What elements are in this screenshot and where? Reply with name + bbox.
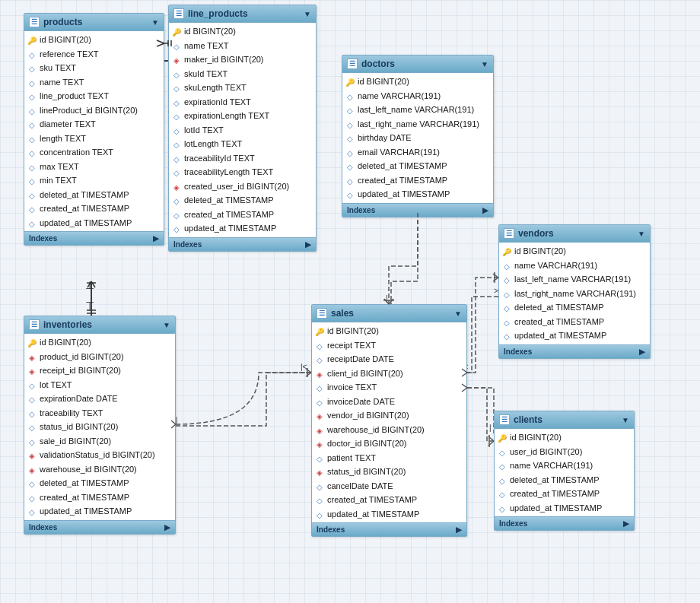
indexes-arrow[interactable]: ▶ xyxy=(305,240,311,249)
field-key-icon: ◇ xyxy=(345,161,355,170)
field-name: traceabilityLength TEXT xyxy=(184,166,273,179)
expand-icon[interactable]: ▼ xyxy=(454,309,462,318)
field-key-icon: 🔑 xyxy=(172,27,181,36)
field-key-icon: ◇ xyxy=(315,453,324,462)
field-name: name TEXT xyxy=(184,40,229,52)
field-name: sku TEXT xyxy=(40,62,76,75)
indexes-arrow[interactable]: ▶ xyxy=(639,348,645,356)
table-row: 🔑 id BIGINT(20) xyxy=(24,335,175,350)
field-name: id BIGINT(20) xyxy=(184,25,236,38)
field-key-icon: ◇ xyxy=(172,139,181,148)
table-clients: ☰ clients ▼ 🔑 id BIGINT(20) ◇ user_id BI… xyxy=(494,411,635,531)
field-key-icon: ◇ xyxy=(27,218,37,227)
field-name: min TEXT xyxy=(40,174,77,187)
expand-icon[interactable]: ▼ xyxy=(481,60,488,68)
field-name: updated_at TIMESTAMP xyxy=(40,505,132,518)
indexes-arrow[interactable]: ▶ xyxy=(164,523,170,532)
table-row: ◈ client_id BIGINT(20) xyxy=(312,367,466,381)
field-key-icon: ◇ xyxy=(27,204,37,213)
svg-text:⊥: ⊥ xyxy=(85,279,94,291)
expand-icon[interactable]: ▼ xyxy=(622,416,629,424)
field-name: patient TEXT xyxy=(327,452,376,465)
field-key-icon: 🔑 xyxy=(345,77,355,86)
field-name: doctor_id BIGINT(20) xyxy=(327,437,407,450)
table-row: ◇ deleted_at TIMESTAMP xyxy=(342,159,493,173)
field-key-icon: ◇ xyxy=(27,506,37,516)
table-row: ◇ name TEXT xyxy=(169,39,316,53)
table-row: ◇ deleted_at TIMESTAMP xyxy=(169,193,316,208)
table-footer-clients[interactable]: Indexes ▶ xyxy=(495,516,634,530)
field-name: lineProduct_id BIGINT(20) xyxy=(40,104,138,117)
field-name: last_left_name VARCHAR(191) xyxy=(358,103,474,116)
field-name: deleted_at TIMESTAMP xyxy=(40,189,129,202)
table-row: ◇ reference TEXT xyxy=(24,47,164,62)
table-row: ◇ updated_at TIMESTAMP xyxy=(499,328,650,343)
table-row: ◇ user_id BIGINT(20) xyxy=(495,445,634,459)
field-key-icon: 🔑 xyxy=(502,246,511,255)
table-row: ◇ email VARCHAR(191) xyxy=(342,145,493,160)
field-name: invoiceDate DATE xyxy=(327,395,395,408)
table-header-inventories[interactable]: ☰ inventories ▼ xyxy=(24,316,175,334)
table-footer-doctors[interactable]: Indexes ▶ xyxy=(342,203,493,217)
field-key-icon: ◇ xyxy=(345,133,355,142)
table-footer-inventories[interactable]: Indexes ▶ xyxy=(24,520,175,534)
indexes-arrow[interactable]: ▶ xyxy=(623,519,629,528)
table-footer-sales[interactable]: Indexes ▶ xyxy=(312,522,466,536)
table-row: ◈ maker_id BIGINT(20) xyxy=(169,52,316,67)
table-sales: ☰ sales ▼ 🔑 id BIGINT(20) ◇ receipt TEXT… xyxy=(311,304,467,537)
field-key-icon: ◇ xyxy=(502,317,511,326)
table-row: ◇ updated_at TIMESTAMP xyxy=(24,504,175,519)
table-title: line_products xyxy=(188,8,248,19)
field-name: reference TEXT xyxy=(40,48,98,61)
field-key-icon: ◇ xyxy=(172,195,181,205)
expand-icon[interactable]: ▼ xyxy=(163,321,170,329)
table-row: ◇ name VARCHAR(191) xyxy=(499,259,650,273)
field-name: deleted_at TIMESTAMP xyxy=(510,474,600,487)
field-key-icon: ◇ xyxy=(27,134,37,143)
field-key-icon: ◇ xyxy=(172,167,181,176)
table-footer-vendors[interactable]: Indexes ▶ xyxy=(499,344,650,358)
indexes-label: Indexes xyxy=(347,206,375,214)
table-footer-line_products[interactable]: Indexes ▶ xyxy=(169,237,316,251)
table-title: products xyxy=(43,17,82,27)
table-header-vendors[interactable]: ☰ vendors ▼ xyxy=(499,225,650,243)
field-key-icon: ◇ xyxy=(27,63,37,72)
field-name: deleted_at TIMESTAMP xyxy=(514,301,604,314)
field-key-icon: ◇ xyxy=(502,331,511,340)
table-row: ◇ receiptDate DATE xyxy=(312,352,466,367)
field-name: updated_at TIMESTAMP xyxy=(327,508,419,521)
table-body-doctors: 🔑 id BIGINT(20) ◇ name VARCHAR(191) ◇ la… xyxy=(342,73,493,203)
indexes-arrow[interactable]: ▶ xyxy=(482,206,488,214)
table-footer-products[interactable]: Indexes ▶ xyxy=(24,231,164,245)
field-name: lotLength TEXT xyxy=(184,138,242,151)
table-header-products[interactable]: ☰ products ▼ xyxy=(24,14,164,31)
field-name: lotId TEXT xyxy=(184,124,224,137)
table-header-sales[interactable]: ☰ sales ▼ xyxy=(312,305,466,322)
field-name: cancelDate DATE xyxy=(327,480,393,493)
expand-icon[interactable]: ▼ xyxy=(638,230,645,238)
field-key-icon: ◈ xyxy=(315,467,324,476)
table-body-sales: 🔑 id BIGINT(20) ◇ receipt TEXT ◇ receipt… xyxy=(312,322,466,522)
table-header-clients[interactable]: ☰ clients ▼ xyxy=(495,411,634,429)
field-name: traceabilityId TEXT xyxy=(184,152,255,165)
field-key-icon: ◇ xyxy=(345,148,355,157)
table-products: ☰ products ▼ 🔑 id BIGINT(20) ◇ reference… xyxy=(24,13,164,246)
table-row: ◇ status_id BIGINT(20) xyxy=(24,420,175,434)
table-header-line_products[interactable]: ☰ line_products ▼ xyxy=(169,5,316,23)
field-key-icon: ◇ xyxy=(315,382,324,392)
field-key-icon: ◇ xyxy=(27,493,37,502)
field-name: name VARCHAR(191) xyxy=(358,90,441,103)
field-key-icon: ◇ xyxy=(315,481,324,490)
expand-icon[interactable]: ▼ xyxy=(304,10,311,18)
expand-icon[interactable]: ▼ xyxy=(151,18,159,27)
field-key-icon: 🔑 xyxy=(27,338,37,347)
table-body-clients: 🔑 id BIGINT(20) ◇ user_id BIGINT(20) ◇ n… xyxy=(495,429,634,516)
table-header-doctors[interactable]: ☰ doctors ▼ xyxy=(342,56,493,73)
table-icon: ☰ xyxy=(347,59,358,69)
table-row: ◇ created_at TIMESTAMP xyxy=(495,487,634,501)
table-row: ◇ created_at TIMESTAMP xyxy=(342,173,493,188)
table-row: ◇ expirationId TEXT xyxy=(169,95,316,109)
indexes-arrow[interactable]: ▶ xyxy=(153,234,159,243)
field-name: name VARCHAR(191) xyxy=(514,259,597,272)
indexes-arrow[interactable]: ▶ xyxy=(456,525,462,534)
